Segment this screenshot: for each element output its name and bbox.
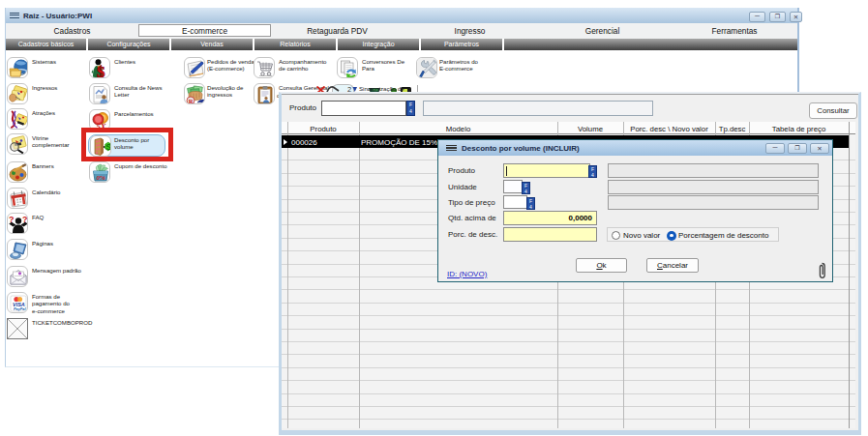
svg-text:S: S (106, 142, 111, 152)
svg-text:R: R (189, 98, 194, 104)
svg-text:$: $ (97, 63, 105, 79)
svg-text:0%: 0% (97, 174, 106, 182)
svg-text:VISA: VISA (13, 302, 25, 307)
svg-text:PayPal: PayPal (14, 307, 26, 311)
